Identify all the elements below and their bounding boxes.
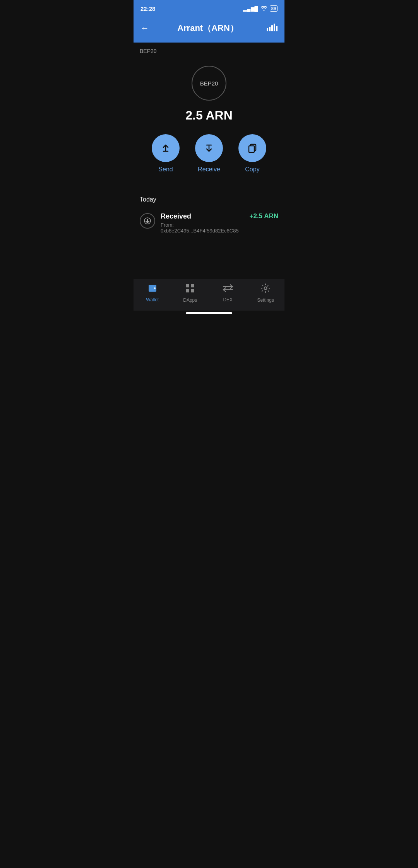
bottom-nav: Wallet DApps DEX: [134, 279, 284, 311]
receive-button[interactable]: [195, 134, 223, 162]
token-network-label: BEP20: [200, 80, 218, 87]
svg-rect-4: [276, 26, 278, 31]
svg-point-19: [264, 287, 267, 290]
today-label: Today: [134, 196, 284, 208]
dapps-icon: [185, 283, 195, 296]
nav-dex[interactable]: DEX: [209, 284, 247, 302]
page-title: Arrant（ARN）: [149, 22, 267, 34]
dapps-label: DApps: [183, 297, 197, 303]
nav-dapps[interactable]: DApps: [171, 283, 209, 303]
dex-label: DEX: [223, 297, 233, 302]
svg-rect-0: [267, 28, 268, 31]
table-row: Received From: 0xb8e2C495...B4F4f59d82Ec…: [134, 208, 284, 240]
tx-type: Received: [161, 212, 244, 220]
nav-wallet[interactable]: Wallet: [134, 284, 171, 302]
send-label: Send: [158, 166, 173, 173]
signal-icon: ▂▄▆█: [243, 6, 258, 12]
tx-info: Received From: 0xb8e2C495...B4F4f59d82Ec…: [161, 212, 244, 234]
svg-rect-10: [249, 146, 254, 152]
token-logo: BEP20: [192, 66, 226, 101]
token-section: BEP20 2.5 ARN Send Re: [134, 54, 284, 196]
copy-action: Copy: [238, 134, 266, 173]
chart-icon[interactable]: [267, 23, 278, 34]
copy-label: Copy: [245, 166, 259, 173]
settings-icon: [260, 283, 271, 296]
send-action: Send: [152, 134, 180, 173]
home-indicator: [186, 312, 232, 314]
svg-rect-16: [191, 289, 194, 292]
status-bar: 22:28 ▂▄▆█ 89: [134, 0, 284, 15]
svg-rect-14: [191, 284, 194, 287]
svg-rect-3: [274, 24, 275, 31]
wallet-icon: [147, 284, 158, 295]
send-button[interactable]: [152, 134, 180, 162]
svg-rect-13: [186, 284, 189, 287]
settings-label: Settings: [257, 297, 274, 303]
receive-action: Receive: [195, 134, 223, 173]
nav-settings[interactable]: Settings: [247, 283, 285, 303]
back-button[interactable]: ←: [140, 23, 149, 33]
svg-rect-2: [271, 25, 273, 31]
receive-label: Receive: [198, 166, 220, 173]
status-time: 22:28: [140, 5, 155, 12]
battery-icon: 89: [270, 5, 278, 12]
copy-button[interactable]: [238, 134, 266, 162]
action-buttons: Send Receive Copy: [152, 134, 266, 173]
token-balance: 2.5 ARN: [185, 108, 233, 123]
header: ← Arrant（ARN）: [134, 15, 284, 43]
tx-received-icon: [140, 213, 155, 229]
tx-from: From: 0xb8e2C495...B4F4f59d82Ec6C85: [161, 222, 244, 234]
tx-amount: +2.5 ARN: [250, 212, 278, 220]
wifi-icon: [260, 5, 267, 12]
svg-rect-15: [186, 289, 189, 292]
wallet-label: Wallet: [146, 297, 159, 302]
status-icons: ▂▄▆█ 89: [243, 5, 278, 12]
dex-icon: [223, 284, 233, 295]
svg-rect-1: [269, 27, 271, 31]
network-badge: BEP20: [134, 43, 284, 54]
